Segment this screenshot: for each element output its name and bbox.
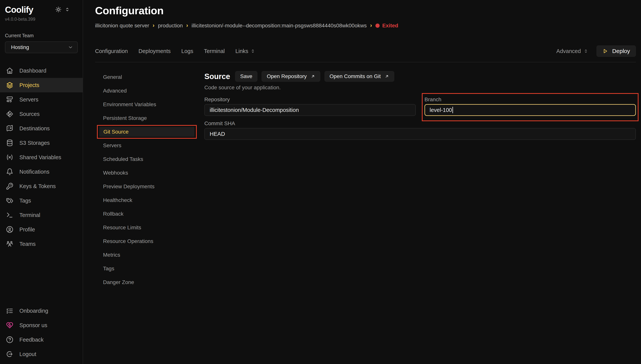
- sidebar-item-label: S3 Storages: [20, 140, 50, 146]
- status-text: Exited: [382, 22, 398, 29]
- theme-chevrons-icon[interactable]: [65, 7, 70, 12]
- repository-field: Repository: [204, 96, 416, 116]
- tab-deployments[interactable]: Deployments: [139, 48, 171, 54]
- users-icon: [6, 240, 13, 248]
- sidebar-item-label: Sponsor us: [20, 322, 47, 328]
- sidebar-item-label: Notifications: [20, 169, 50, 175]
- sidebar-item-label: Profile: [20, 226, 35, 233]
- breadcrumb-application[interactable]: illicitestonion/-module--decomposition:m…: [192, 22, 367, 29]
- subnav-item-git-source[interactable]: Git Source: [99, 127, 195, 137]
- team-select-value: Hosting: [11, 44, 29, 50]
- sidebar-item-label: Logout: [20, 351, 36, 357]
- repository-input[interactable]: [204, 104, 416, 116]
- chevrons-up-down-icon: [251, 49, 255, 54]
- sidebar-item-teams[interactable]: Teams: [0, 237, 83, 251]
- subnav-item-preview-deployments[interactable]: Preview Deployments: [99, 180, 197, 194]
- sidebar-item-onboarding[interactable]: Onboarding: [0, 304, 83, 318]
- key-icon: [6, 182, 13, 190]
- subnav-item-general[interactable]: General: [99, 70, 197, 84]
- sidebar-item-terminal[interactable]: Terminal: [0, 208, 83, 222]
- sidebar-item-projects[interactable]: Projects: [0, 78, 83, 92]
- variable-icon: [6, 154, 13, 161]
- subnav-item-scheduled-tasks[interactable]: Scheduled Tasks: [99, 152, 197, 166]
- git-source-annotation-box: Git Source: [97, 125, 197, 139]
- sidebar-item-label: Onboarding: [20, 308, 48, 314]
- sidebar-item-feedback[interactable]: Feedback: [0, 332, 83, 347]
- section-title: Source: [204, 72, 230, 81]
- deploy-button[interactable]: Deploy: [596, 46, 636, 57]
- sidebar-item-sources[interactable]: Sources: [0, 107, 83, 121]
- subnav-item-danger-zone[interactable]: Danger Zone: [99, 276, 197, 289]
- commit-sha-input[interactable]: [204, 128, 636, 140]
- commit-sha-label: Commit SHA: [204, 120, 636, 127]
- sidebar-item-label: Tags: [20, 198, 31, 204]
- subnav-item-advanced[interactable]: Advanced: [99, 84, 197, 98]
- section-description: Code source of your application.: [204, 84, 636, 91]
- current-team-label: Current Team: [0, 33, 83, 38]
- save-button[interactable]: Save: [235, 71, 258, 82]
- subnav-item-healthcheck[interactable]: Healthcheck: [99, 194, 197, 207]
- subnav-item-resource-operations[interactable]: Resource Operations: [99, 234, 197, 248]
- repository-label: Repository: [204, 96, 416, 103]
- tab-logs[interactable]: Logs: [181, 48, 193, 54]
- map-icon: [6, 125, 13, 132]
- subnav-item-environment-variables[interactable]: Environment Variables: [99, 98, 197, 111]
- chevron-down-icon: [68, 45, 73, 50]
- heart-handshake-icon: [6, 322, 13, 329]
- subnav-item-persistent-storage[interactable]: Persistent Storage: [99, 111, 197, 125]
- sidebar-item-label: Dashboard: [20, 68, 46, 74]
- sidebar-item-tags[interactable]: Tags: [0, 194, 83, 208]
- sidebar-item-profile[interactable]: Profile: [0, 222, 83, 237]
- tab-terminal[interactable]: Terminal: [204, 48, 225, 54]
- subnav-item-metrics[interactable]: Metrics: [99, 248, 197, 262]
- database-icon: [6, 139, 13, 146]
- git-source-icon: [6, 110, 13, 118]
- subnav-item-rollback[interactable]: Rollback: [99, 207, 197, 221]
- chevron-right-icon: ›: [186, 22, 188, 28]
- logout-icon: [6, 350, 13, 358]
- sidebar-item-label: Teams: [20, 241, 36, 247]
- breadcrumb-project[interactable]: illicitonion quote server: [95, 22, 149, 29]
- sidebar-footer: Onboarding Sponsor us Feedback Logout: [0, 304, 83, 361]
- page-title: Configuration: [95, 4, 636, 17]
- main-content: Configuration illicitonion quote server …: [83, 0, 641, 364]
- home-icon: [6, 67, 13, 74]
- subnav-item-webhooks[interactable]: Webhooks: [99, 166, 197, 180]
- tags-icon: [6, 197, 13, 204]
- branch-input[interactable]: level-100: [424, 104, 636, 116]
- sidebar-item-label: Projects: [20, 82, 39, 88]
- sidebar-item-servers[interactable]: Servers: [0, 92, 83, 107]
- sidebar-item-destinations[interactable]: Destinations: [0, 121, 83, 136]
- external-link-icon: [385, 74, 389, 79]
- team-select[interactable]: Hosting: [5, 42, 78, 53]
- sidebar-item-logout[interactable]: Logout: [0, 347, 83, 361]
- branch-field: Branch level-100: [424, 96, 636, 116]
- theme-sun-icon[interactable]: [55, 6, 62, 12]
- sidebar-item-dashboard[interactable]: Dashboard: [0, 64, 83, 78]
- breadcrumb-environment[interactable]: production: [158, 22, 183, 29]
- open-commits-button[interactable]: Open Commits on Git: [324, 71, 394, 82]
- sidebar-item-label: Sources: [20, 111, 40, 117]
- sidebar-item-label: Keys & Tokens: [20, 183, 56, 190]
- sidebar-item-notifications[interactable]: Notifications: [0, 164, 83, 179]
- sidebar-item-keys-tokens[interactable]: Keys & Tokens: [0, 179, 83, 194]
- subnav-item-resource-limits[interactable]: Resource Limits: [99, 221, 197, 234]
- layers-icon: [6, 82, 13, 89]
- branch-label: Branch: [424, 96, 636, 103]
- server-icon: [6, 96, 13, 103]
- open-repository-button[interactable]: Open Repository: [262, 71, 320, 82]
- sidebar-item-s3-storages[interactable]: S3 Storages: [0, 136, 83, 150]
- user-circle-icon: [6, 226, 13, 233]
- tab-configuration[interactable]: Configuration: [95, 48, 128, 54]
- sidebar-item-label: Shared Variables: [20, 154, 61, 160]
- sidebar-item-shared-variables[interactable]: Shared Variables: [0, 150, 83, 164]
- subnav-item-servers[interactable]: Servers: [99, 139, 197, 152]
- commit-sha-field: Commit SHA: [204, 120, 636, 140]
- sidebar-item-label: Destinations: [20, 126, 50, 132]
- subnav-item-tags[interactable]: Tags: [99, 262, 197, 276]
- advanced-menu[interactable]: Advanced: [556, 48, 588, 54]
- sidebar-item-sponsor[interactable]: Sponsor us: [0, 318, 83, 332]
- status-badge: Exited: [375, 22, 398, 29]
- branch-input-value: level-100: [430, 107, 452, 113]
- tab-links[interactable]: Links: [235, 48, 255, 54]
